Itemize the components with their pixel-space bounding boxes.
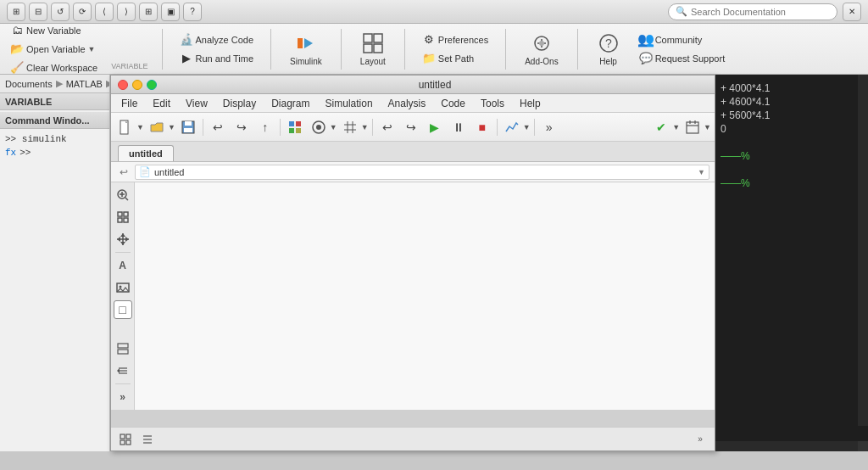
sim-nav-fwd-btn[interactable]: ↪ (400, 116, 422, 138)
run-and-time-btn[interactable]: ▶ Run and Time (176, 50, 258, 67)
menu-code[interactable]: Code (434, 96, 472, 111)
sim-addr-path-box[interactable]: 📄 untitled ▼ (135, 165, 709, 180)
sim-stop-btn[interactable]: ■ (471, 116, 493, 138)
bottom-tool-1[interactable] (116, 430, 135, 449)
new-variable-btn[interactable]: 🗂 New Variable (7, 22, 101, 39)
variable-header: VARIABLE (0, 93, 109, 110)
cmd-window: >> simulink fx >> (0, 129, 109, 451)
sim-new-btn[interactable] (114, 116, 136, 138)
clear-workspace-btn[interactable]: 🧹 Clear Workspace (7, 59, 101, 76)
mac-btn-7[interactable]: ⊞ (139, 3, 158, 21)
addr-path-text: untitled (154, 167, 184, 177)
sim-graph-dropdown[interactable]: ▼ (523, 123, 531, 131)
sim-rotate-dropdown[interactable]: ▼ (330, 123, 337, 131)
mac-btn-6[interactable]: ⟩ (117, 3, 136, 21)
tool-more[interactable]: » (114, 388, 132, 406)
sim-open-btn[interactable] (146, 116, 168, 138)
sim-new-dropdown[interactable]: ▼ (136, 123, 144, 131)
addr-back-btn[interactable]: ↩ (116, 165, 131, 180)
sim-bottom-tools: » (111, 427, 715, 450)
mac-btn-1[interactable]: ⊞ (7, 3, 25, 21)
request-support-btn[interactable]: 💬 Request Support (636, 50, 729, 67)
maximize-btn[interactable] (147, 80, 157, 90)
sim-more-btn[interactable]: » (538, 116, 560, 138)
mac-btn-4[interactable]: ⟳ (73, 3, 92, 21)
search-clear-btn[interactable]: ✕ (843, 3, 861, 21)
tool-text[interactable]: A (114, 256, 132, 275)
sim-library-btn[interactable] (284, 116, 306, 138)
search-input[interactable] (691, 7, 818, 17)
right-hscrollbar[interactable] (715, 441, 858, 451)
sim-check-dropdown[interactable]: ▼ (672, 123, 680, 131)
set-path-btn[interactable]: 📁 Set Path (419, 50, 492, 67)
addr-dropdown-arrow[interactable]: ▼ (698, 168, 705, 176)
layout-btn[interactable]: Layout (355, 30, 391, 68)
right-scroll-corner (858, 441, 868, 451)
tool-arrows[interactable] (114, 230, 132, 249)
sim-grid-dropdown[interactable]: ▼ (361, 123, 369, 131)
svg-rect-35 (118, 212, 122, 216)
sim-tab-untitled[interactable]: untitled (118, 145, 174, 161)
mac-btn-5[interactable]: ⟨ (95, 3, 114, 21)
clear-workspace-icon: 🧹 (10, 61, 24, 75)
community-btn[interactable]: 👥 Community (636, 31, 729, 48)
sim-nav-back-btn[interactable]: ↩ (376, 116, 398, 138)
grid-group: ▼ (339, 116, 369, 138)
tool-layers-2[interactable] (114, 361, 132, 380)
menu-view[interactable]: View (179, 96, 214, 111)
simulink-btn[interactable]: Simulink (285, 30, 327, 68)
menu-display[interactable]: Display (216, 96, 263, 111)
tb-sep-2 (280, 119, 281, 136)
sim-step-btn[interactable]: ⏸ (448, 116, 470, 138)
tool-zoom-in[interactable] (114, 186, 132, 204)
sim-up-btn[interactable]: ↑ (254, 116, 276, 138)
cmd-input[interactable] (34, 148, 93, 158)
mac-btn-3[interactable]: ↺ (51, 3, 70, 21)
search-box[interactable]: 🔍 (668, 3, 837, 20)
tool-image[interactable] (114, 278, 132, 297)
menu-tools[interactable]: Tools (474, 96, 511, 111)
addr-file-icon: 📄 (139, 166, 151, 177)
sim-redo-btn[interactable]: ↪ (231, 116, 253, 138)
bottom-more-btn[interactable]: » (691, 430, 709, 449)
add-ons-btn[interactable]: Add-Ons (520, 30, 563, 68)
menu-simulation[interactable]: Simulation (319, 96, 380, 111)
minimize-btn[interactable] (132, 80, 142, 90)
svg-point-46 (119, 286, 121, 288)
menu-diagram[interactable]: Diagram (264, 96, 316, 111)
sim-undo-btn[interactable]: ↩ (207, 116, 229, 138)
tool-layers-1[interactable] (114, 339, 132, 358)
menu-file[interactable]: File (114, 96, 144, 111)
sim-save-btn[interactable] (177, 116, 199, 138)
right-vscrollbar[interactable] (858, 75, 868, 426)
menu-analysis[interactable]: Analysis (381, 96, 433, 111)
sim-play-btn[interactable]: ▶ (424, 116, 446, 138)
new-variable-icon: 🗂 (10, 24, 24, 37)
graph-group: ▼ (501, 116, 531, 138)
sim-open-dropdown[interactable]: ▼ (168, 123, 175, 131)
sim-graph-btn[interactable] (501, 116, 523, 138)
sim-check-btn[interactable]: ✔ (650, 116, 672, 138)
sim-grid-btn[interactable] (339, 116, 361, 138)
preferences-btn[interactable]: ⚙ Preferences (419, 31, 492, 48)
svg-text:?: ? (605, 36, 612, 50)
divider-1 (162, 29, 163, 70)
analyze-code-btn[interactable]: 🔬 Analyze Code (176, 31, 258, 48)
mac-btn-8[interactable]: ▣ (161, 3, 180, 21)
menu-help[interactable]: Help (513, 96, 548, 111)
menu-edit[interactable]: Edit (146, 96, 177, 111)
tool-rect[interactable]: □ (114, 300, 132, 319)
svg-rect-48 (118, 350, 128, 354)
sim-calendar-btn[interactable] (682, 116, 704, 138)
open-variable-btn[interactable]: 📂 Open Variable ▼ (7, 41, 101, 58)
bottom-tool-2[interactable] (138, 430, 157, 449)
close-btn[interactable] (118, 80, 128, 90)
help-btn[interactable]: ? Help (592, 30, 626, 68)
divider-3 (341, 29, 342, 70)
sim-rotate-btn[interactable] (308, 116, 330, 138)
path-matlab: MATLAB (66, 79, 103, 89)
sim-calendar-dropdown[interactable]: ▼ (704, 123, 711, 131)
tool-fit[interactable] (114, 208, 132, 227)
mac-btn-9[interactable]: ? (183, 3, 202, 21)
mac-btn-2[interactable]: ⊟ (29, 3, 47, 21)
